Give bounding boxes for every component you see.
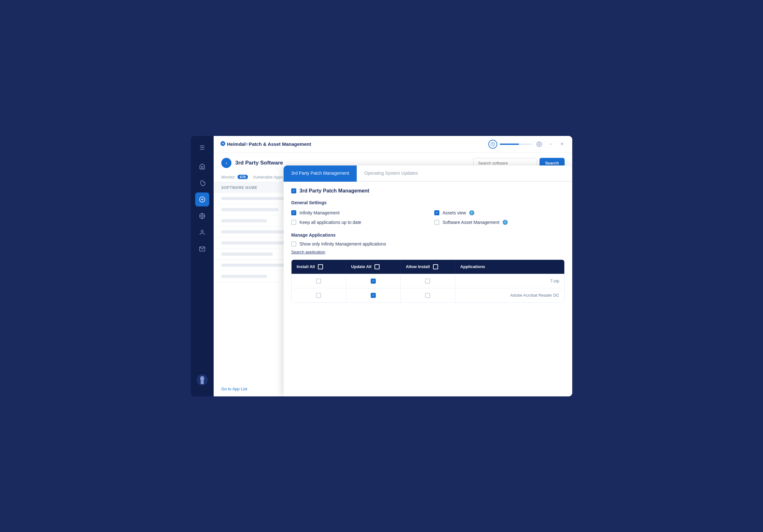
back-button[interactable]: ‹ (221, 158, 231, 168)
settings-left-col: ✓ Infinity Management Keep all applicati… (291, 210, 422, 225)
title-registered: ® (246, 142, 248, 146)
setting-row-show-only: Show only Infinity Management applicatio… (291, 241, 565, 246)
svg-rect-13 (201, 381, 204, 384)
row2-install (291, 288, 346, 303)
title-bar-controls: − × (488, 140, 566, 149)
show-only-checkbox[interactable] (291, 241, 296, 246)
setting-row-keepall: Keep all applications up to date (291, 220, 422, 225)
software-asset-checkbox[interactable] (434, 220, 439, 225)
settings-grid: ✓ Infinity Management Keep all applicati… (291, 210, 565, 225)
apps-table-row: ✓ Adobe Acrobat Reader DC (291, 288, 564, 303)
assets-info-icon: i (469, 210, 474, 215)
close-button[interactable]: × (558, 140, 566, 148)
tab-monitor-badge: 678 (238, 175, 248, 179)
row1-install (291, 274, 346, 288)
search-app-link[interactable]: Search application (291, 250, 325, 254)
main-patch-label: 3rd Party Patch Management (299, 188, 370, 194)
sidebar-item-patch[interactable] (195, 193, 209, 207)
svg-point-12 (200, 376, 204, 381)
main-window: H Heimdal ® Patch & Asset Management (214, 136, 572, 397)
title-text: Heimdal (227, 141, 246, 147)
progress-fill (500, 143, 519, 145)
panel-content: ✓ 3rd Party Patch Management General Set… (283, 182, 572, 397)
row2-update-checkbox[interactable]: ✓ (371, 293, 376, 298)
setting-row-infinity: ✓ Infinity Management (291, 210, 422, 215)
row1-update-checkbox[interactable]: ✓ (371, 279, 376, 284)
apps-table-row: ✓ 7-zip (291, 274, 564, 288)
row1-update: ✓ (346, 274, 401, 288)
keepall-checkbox[interactable] (291, 220, 296, 225)
header-allow-install: Allow Install (400, 260, 455, 274)
minimize-button[interactable]: − (547, 140, 554, 148)
sidebar-logo (196, 374, 209, 388)
title-bar: H Heimdal ® Patch & Asset Management (214, 136, 572, 153)
row1-install-checkbox[interactable] (316, 279, 321, 284)
assets-label: Assets view (443, 210, 466, 215)
setting-row-software-asset: Software Asset Management i (434, 220, 565, 225)
tab-monitor[interactable]: Monitor 678 (221, 172, 248, 182)
sidebar-item-user[interactable] (195, 225, 209, 239)
sidebar-item-vulnerability[interactable] (195, 209, 209, 223)
manage-apps-label: Manage Applications (291, 232, 565, 237)
main-section-header: ✓ 3rd Party Patch Management (291, 188, 565, 194)
infinity-checkbox[interactable]: ✓ (291, 210, 296, 215)
overlay-panel: 3rd Party Patch Management Operating Sys… (283, 165, 572, 397)
row2-install-checkbox[interactable] (316, 293, 321, 298)
svg-text:H: H (222, 142, 224, 145)
general-settings-label: General Settings (291, 200, 565, 205)
software-asset-label: Software Asset Management (443, 220, 499, 225)
svg-point-9 (201, 230, 203, 232)
sidebar-item-threat[interactable] (195, 176, 209, 190)
panel-tab-third-party[interactable]: 3rd Party Patch Management (283, 165, 357, 182)
header-update-all: Update All (346, 260, 401, 274)
update-all-checkbox[interactable] (375, 264, 380, 269)
tab-vulnerable-label: Vulnerable Apps (253, 175, 283, 179)
header-applications: Applications (455, 260, 564, 274)
row2-allow-checkbox[interactable] (425, 293, 430, 298)
search-app-row: Search application (291, 250, 565, 254)
panel-tab-os-updates[interactable]: Operating System Updates (357, 165, 425, 182)
sidebar: ☰ (191, 136, 214, 397)
panel-tabs: 3rd Party Patch Management Operating Sys… (283, 165, 572, 182)
title-logo: H (220, 141, 226, 148)
setting-row-assets: ✓ Assets view i (434, 210, 565, 215)
assets-checkbox[interactable]: ✓ (434, 210, 439, 215)
page-title: 3rd Party Software (235, 160, 283, 166)
title-suffix: Patch & Asset Management (249, 141, 311, 147)
apps-table-header: Install All Update All Allow Install (291, 260, 564, 274)
show-only-label: Show only Infinity Management applicatio… (299, 241, 386, 246)
sidebar-item-email[interactable] (195, 242, 209, 256)
main-patch-checkbox[interactable]: ✓ (291, 188, 296, 193)
infinity-label: Infinity Management (299, 210, 340, 215)
svg-point-18 (539, 143, 540, 145)
svg-point-4 (201, 215, 203, 217)
row1-allow (400, 274, 455, 288)
row1-allow-checkbox[interactable] (425, 279, 430, 284)
allow-install-checkbox[interactable] (433, 264, 438, 269)
keepall-label: Keep all applications up to date (299, 220, 362, 225)
header-install-all: Install All (291, 260, 346, 274)
settings-icon[interactable] (535, 140, 543, 148)
sidebar-item-home[interactable] (195, 159, 209, 173)
install-all-checkbox[interactable] (318, 264, 323, 269)
apps-table: Install All Update All Allow Install (291, 259, 565, 303)
settings-right-col: ✓ Assets view i Software Asset Managemen… (434, 210, 565, 225)
row2-update: ✓ (346, 288, 401, 303)
checkbox-check-icon: ✓ (292, 189, 295, 193)
progress-container (488, 140, 532, 149)
sidebar-menu-icon[interactable]: ☰ (196, 141, 208, 154)
row2-allow (400, 288, 455, 303)
content-area: ‹ 3rd Party Software Search Monitor 678 … (214, 153, 572, 397)
row1-appname: 7-zip (455, 274, 564, 288)
software-asset-info-icon: i (502, 220, 508, 225)
progress-bar (500, 143, 532, 145)
tab-monitor-label: Monitor (221, 175, 235, 179)
progress-icon (488, 140, 497, 149)
row2-appname: Adobe Acrobat Reader DC (455, 288, 564, 302)
